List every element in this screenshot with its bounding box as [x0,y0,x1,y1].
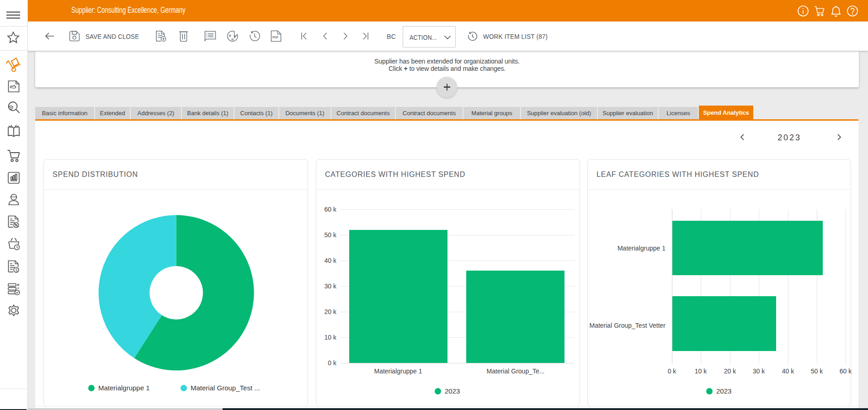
svg-text:§: § [16,268,18,272]
svg-text:PDF: PDF [272,36,278,39]
